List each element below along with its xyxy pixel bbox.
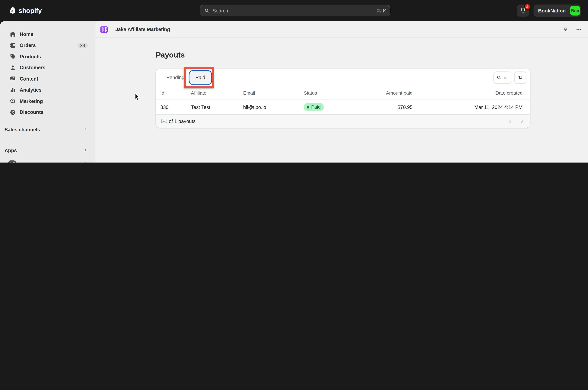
status-dot-icon	[307, 106, 309, 108]
sidebar-item-label: Content	[20, 76, 38, 82]
column-header-status[interactable]: Status	[299, 90, 360, 96]
annotation-box-paid-tab	[184, 67, 214, 88]
search-icon	[204, 7, 210, 14]
chevron-right-icon	[83, 127, 88, 132]
table-row[interactable]: 330 Test Test hii@tipo.io Paid $70.95 Ma…	[156, 100, 530, 114]
tag-icon	[9, 53, 16, 60]
sidebar-item-label: Customers	[20, 65, 45, 70]
global-search[interactable]: ⌘ K	[200, 5, 390, 16]
sidebar-section-sales-channels[interactable]: Sales channels	[3, 124, 91, 135]
sidebar-item-label: Products	[20, 53, 41, 59]
target-cursor-icon	[9, 98, 16, 104]
sidebar-item-label: Orders	[20, 42, 36, 48]
pin-app-button[interactable]	[560, 24, 571, 35]
svg-text:S: S	[11, 9, 13, 12]
page-title: Payouts	[156, 51, 588, 59]
sidebar-item-marketing[interactable]: Marketing	[3, 96, 91, 106]
column-header-date-created[interactable]: Date created	[413, 90, 530, 96]
column-header-affiliate[interactable]: Affiliate	[186, 90, 239, 96]
notifications-button[interactable]: 2	[517, 4, 529, 17]
column-header-id[interactable]: Id	[156, 90, 186, 96]
app-icon	[100, 26, 108, 33]
home-icon	[9, 31, 16, 37]
sort-arrows-icon	[517, 75, 523, 81]
notification-count-badge: 2	[524, 3, 531, 10]
cell-date-created: Mar 11, 2024 4:14 PM	[413, 104, 530, 110]
orders-icon	[9, 42, 16, 49]
shopify-wordmark: shopify	[19, 7, 42, 14]
sidebar-item-label: Home	[20, 31, 33, 37]
topbar-actions: 2 BookNation Boo	[517, 4, 581, 17]
sidebar-item-label: Marketing	[20, 98, 43, 104]
chevron-right-icon[interactable]	[519, 118, 525, 124]
sidebar-item-products[interactable]: Products	[3, 51, 91, 62]
cell-amount-paid: $70.95	[360, 104, 413, 110]
sidebar-item-label: Analytics	[20, 87, 42, 93]
sidebar-item-content[interactable]: Content	[3, 73, 91, 84]
cell-affiliate: Test Test	[186, 104, 239, 110]
ellipsis-icon	[576, 26, 582, 33]
cell-id: 330	[156, 104, 186, 110]
column-header-amount-paid[interactable]: Amount paid	[360, 90, 413, 96]
admin-frame: Home Orders 34 Products Customers	[0, 21, 588, 162]
sidebar-item-customers[interactable]: Customers	[3, 62, 91, 73]
shopify-admin-window: S shopify ⌘ K 2 BookNation Boo	[0, 0, 588, 162]
shopify-bag-icon: S	[7, 5, 17, 16]
topbar: S shopify ⌘ K 2 BookNation Boo	[0, 0, 588, 21]
chevron-right-icon	[83, 148, 88, 152]
app-header-title: Jaka Affiliate Marketing	[115, 26, 170, 32]
filter-icon	[503, 75, 508, 80]
orders-count-badge: 34	[78, 43, 87, 48]
image-icon	[9, 75, 16, 82]
pagination-bar: 1-1 of 1 payouts	[156, 114, 530, 128]
pagination-label: 1-1 of 1 payouts	[160, 118, 196, 124]
cell-status: Paid	[299, 103, 360, 111]
app-icon	[8, 160, 16, 162]
sidebar-item-orders[interactable]: Orders 34	[3, 40, 91, 50]
store-avatar: Boo	[570, 6, 580, 15]
bar-chart-icon	[9, 86, 16, 93]
search-icon	[496, 75, 502, 81]
pin-icon[interactable]	[83, 161, 88, 162]
sort-button[interactable]	[514, 72, 526, 84]
more-actions-button[interactable]	[574, 24, 584, 35]
person-icon	[9, 64, 16, 71]
sidebar-section-apps[interactable]: Apps	[3, 145, 91, 155]
app-name-label: Jaka Affiliate Marketing	[20, 161, 74, 162]
sidebar-app-jaka-affiliate-marketing[interactable]: Jaka Affiliate Marketing	[3, 159, 91, 162]
section-label: Sales channels	[4, 127, 40, 132]
search-shortcut-hint: ⌘ K	[377, 8, 386, 13]
sidebar-item-discounts[interactable]: Discounts	[3, 107, 91, 117]
search-input[interactable]	[212, 8, 374, 13]
pagination-controls	[507, 118, 525, 124]
column-header-email[interactable]: Email	[239, 90, 299, 96]
main-panel: Jaka Affiliate Marketing Payouts Pending…	[95, 21, 588, 162]
shopify-logo[interactable]: S shopify	[7, 0, 42, 21]
section-label: Apps	[4, 147, 17, 153]
store-menu-button[interactable]: BookNation Boo	[534, 4, 581, 17]
sidebar-item-home[interactable]: Home	[3, 29, 91, 39]
main-nav: Home Orders 34 Products Customers	[3, 29, 91, 118]
discount-percent-icon	[9, 109, 16, 116]
sidebar-item-analytics[interactable]: Analytics	[3, 85, 91, 95]
search-and-filter-button[interactable]	[494, 72, 511, 84]
pin-icon	[562, 26, 569, 33]
cell-email: hii@tipo.io	[239, 104, 299, 110]
chevron-left-icon[interactable]	[507, 118, 513, 124]
status-label: Paid	[311, 104, 321, 110]
sidebar: Home Orders 34 Products Customers	[0, 21, 95, 162]
store-name: BookNation	[538, 8, 566, 13]
app-header: Jaka Affiliate Marketing	[95, 21, 588, 38]
mouse-cursor	[134, 93, 140, 101]
table-header-row: Id Affiliate Email Status Amount paid Da…	[156, 86, 530, 100]
sidebar-item-label: Discounts	[20, 109, 43, 115]
status-badge: Paid	[304, 103, 324, 111]
